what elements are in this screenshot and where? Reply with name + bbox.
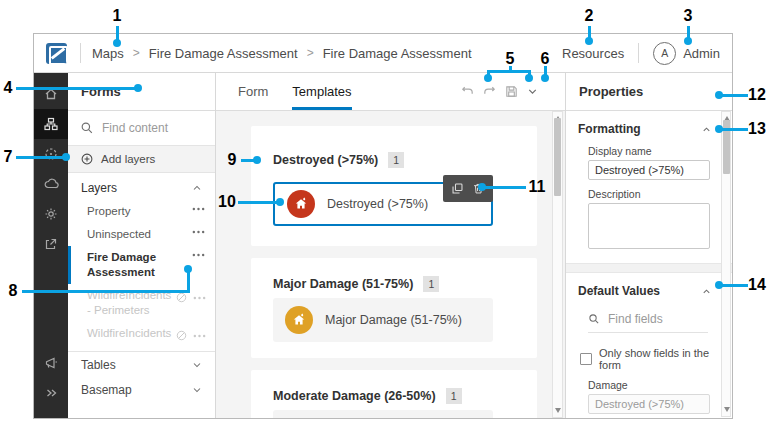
template-count-badge: 1 (446, 388, 462, 404)
settings-gear-icon[interactable] (34, 199, 68, 229)
callout-1: 1 (113, 7, 122, 25)
callout-4: 4 (4, 79, 13, 97)
default-values-section-header[interactable]: Default Values (578, 283, 712, 299)
template-card-major-damage[interactable]: Major Damage (51-75%) (273, 298, 493, 342)
templates-toolbar (460, 73, 565, 110)
overflow-menu-icon[interactable] (192, 230, 205, 234)
layers-section-header[interactable]: Layers (68, 173, 215, 200)
template-card-label: Major Damage (51-75%) (325, 313, 462, 327)
layers-section-label: Layers (81, 181, 117, 195)
redo-icon[interactable] (482, 84, 497, 99)
sharing-icon[interactable] (34, 229, 68, 259)
layer-item-fire-damage-assessment[interactable]: Fire Damage Assessment (68, 246, 215, 284)
tab-form[interactable]: Form (238, 73, 268, 110)
destroyed-symbol-icon (287, 190, 315, 218)
find-fields-input[interactable] (608, 312, 708, 326)
template-group-header: Major Damage (51-75%) 1 (273, 276, 515, 292)
scroll-down-arrow-icon[interactable] (724, 407, 730, 412)
template-card-moderate-damage[interactable]: Moderate Damage (26-50%) (273, 410, 493, 418)
formatting-section: Formatting Display name Description (566, 111, 732, 263)
resources-link[interactable]: Resources (562, 46, 624, 61)
layer-item-uninspected[interactable]: Uninspected (68, 223, 215, 246)
formatting-section-label: Formatting (578, 122, 641, 136)
save-icon[interactable] (504, 84, 519, 99)
form-templates-tabbar: Form Templates (216, 73, 565, 111)
chevron-up-icon (701, 286, 712, 297)
layer-item-wildfire-incidents[interactable]: WildfireIncidents (68, 322, 215, 346)
basemap-section-header[interactable]: Basemap (68, 377, 215, 403)
template-card-toolbar (443, 175, 493, 202)
properties-panel: Properties Formatting Display name D (565, 73, 732, 418)
template-card-label: Destroyed (>75%) (327, 197, 428, 211)
properties-scrollbar[interactable] (721, 111, 731, 417)
search-icon (80, 121, 94, 135)
user-menu[interactable]: Admin (683, 46, 720, 61)
callout-7: 7 (4, 148, 13, 166)
add-layers-button[interactable]: Add layers (68, 146, 215, 173)
template-group-header: Destroyed (>75%) 1 (273, 152, 515, 168)
overflow-menu-icon[interactable] (193, 296, 206, 300)
map-areas-icon[interactable] (34, 139, 68, 169)
display-name-input[interactable] (588, 160, 710, 180)
description-input[interactable] (588, 203, 710, 249)
only-show-fields-row: Only show fields in the form (580, 347, 712, 371)
formatting-section-header[interactable]: Formatting (578, 121, 712, 137)
collapse-chevrons-icon[interactable] (34, 378, 68, 408)
avatar-initial: A (661, 47, 668, 59)
templates-scrollbar[interactable] (552, 111, 563, 418)
not-supported-icon (175, 291, 188, 304)
overflow-menu-icon[interactable] (192, 207, 205, 211)
breadcrumb-map-name[interactable]: Fire Damage Assessment (149, 46, 298, 61)
trash-icon[interactable] (472, 182, 485, 195)
only-show-fields-label: Only show fields in the form (599, 347, 712, 371)
damage-field-input[interactable] (588, 394, 710, 414)
tab-templates-label: Templates (292, 84, 351, 99)
template-group-major-damage: Major Damage (51-75%) 1 Major Damage (51… (251, 258, 537, 358)
breadcrumb-form-name: Fire Damage Assessment (323, 46, 472, 61)
navigation-rail (34, 73, 68, 418)
forms-panel: Forms Add layers Layers (68, 73, 216, 418)
breadcrumb: Maps > Fire Damage Assessment > Fire Dam… (92, 46, 472, 61)
feedback-megaphone-icon[interactable] (34, 348, 68, 378)
callout-14: 14 (748, 276, 766, 294)
scrollbar-thumb[interactable] (554, 118, 561, 196)
chevron-up-icon (701, 124, 712, 135)
default-values-section-label: Default Values (578, 284, 660, 298)
tables-section-label: Tables (81, 358, 116, 372)
description-label: Description (588, 188, 710, 200)
scroll-down-arrow-icon[interactable] (555, 408, 561, 413)
template-card-destroyed[interactable]: Destroyed (>75%) (273, 182, 493, 226)
undo-icon[interactable] (460, 84, 475, 99)
forms-icon[interactable] (34, 109, 68, 139)
callout-2: 2 (585, 7, 594, 25)
duplicate-icon[interactable] (451, 182, 464, 195)
overflow-menu-icon[interactable] (192, 253, 205, 257)
scrollbar-thumb[interactable] (723, 120, 730, 174)
properties-panel-title: Properties (566, 73, 732, 111)
user-avatar[interactable]: A (653, 42, 676, 65)
display-name-label: Display name (588, 145, 710, 157)
only-show-fields-checkbox[interactable] (580, 353, 592, 365)
layer-item-property[interactable]: Property (68, 200, 215, 223)
properties-body: Formatting Display name Description (566, 111, 732, 418)
overflow-menu-icon[interactable] (193, 334, 206, 338)
callout-8: 8 (9, 282, 18, 300)
layer-name: Fire Damage Assessment (87, 250, 192, 280)
tables-section-header[interactable]: Tables (68, 351, 215, 377)
template-group-title: Major Damage (51-75%) (273, 277, 413, 291)
search-icon (588, 313, 600, 325)
search-input[interactable] (102, 121, 203, 135)
home-icon[interactable] (34, 79, 68, 109)
add-layers-label: Add layers (101, 153, 155, 165)
tab-templates[interactable]: Templates (292, 73, 351, 110)
header-divider (80, 43, 81, 63)
chevron-down-icon (191, 384, 203, 396)
chevron-up-icon (191, 182, 203, 194)
templates-list: Destroyed (>75%) 1 (216, 111, 565, 418)
chevron-down-icon[interactable] (526, 85, 539, 98)
breadcrumb-maps[interactable]: Maps (92, 46, 124, 61)
layer-item-wildfire-perimeters[interactable]: WildfireIncidents - Perimeters (68, 284, 215, 322)
find-content-search (68, 111, 215, 146)
offline-icon[interactable] (34, 169, 68, 199)
arcgis-logo[interactable] (46, 43, 67, 64)
